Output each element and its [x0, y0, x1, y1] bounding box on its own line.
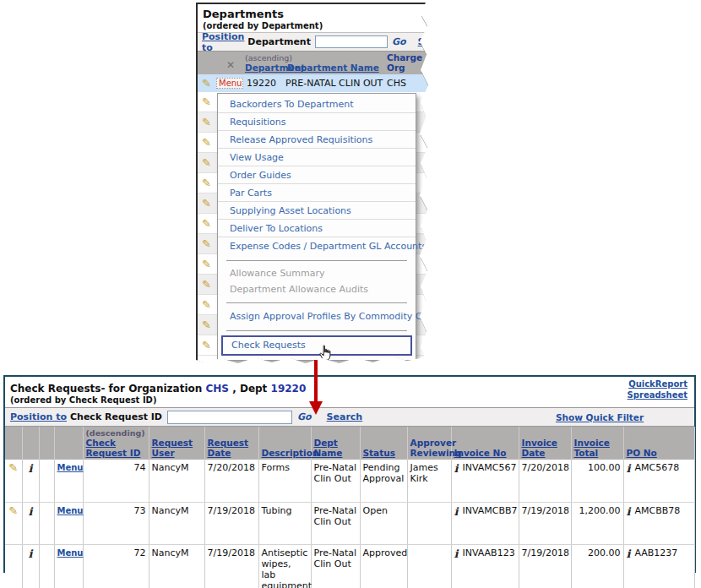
invoice-date-header-link[interactable]: Invoice Date — [522, 438, 557, 458]
edit-pencil-icon[interactable]: ✎ — [202, 78, 216, 89]
position-to-label: Department — [247, 36, 311, 47]
edit-pencil-icon[interactable]: ✎ — [202, 177, 211, 188]
column-header-invoice-no[interactable]: Invoice No — [451, 427, 519, 460]
menu-cell[interactable]: Menu — [54, 502, 83, 544]
check-request-id-header-link[interactable]: Check Request ID — [86, 438, 141, 458]
request-date-header-link[interactable]: Request Date — [208, 438, 249, 458]
column-header-department-name[interactable]: Department Name — [287, 63, 387, 73]
info-icon[interactable]: i — [454, 462, 459, 475]
edit-pencil-icon[interactable]: ✎ — [202, 340, 211, 351]
edit-pencil-icon[interactable]: ✎ — [202, 259, 211, 270]
edit-pencil-icon[interactable]: ✎ — [202, 238, 211, 249]
position-to-input[interactable] — [315, 35, 388, 48]
close-column-icon[interactable]: ✕ — [226, 59, 235, 71]
status-header-link[interactable]: Status — [363, 448, 395, 458]
search-link[interactable]: Search — [327, 411, 363, 422]
po-no-header-link[interactable]: PO No — [627, 448, 657, 458]
selected-department-row[interactable]: ✎ Menu 19220 PRE-NATAL CLIN OUT CHS — [198, 74, 433, 92]
row-menu-link[interactable]: Menu — [57, 463, 84, 472]
info-cell[interactable]: i — [22, 502, 39, 544]
menu-cell[interactable]: Menu — [54, 460, 83, 502]
menu-item-deliver-to-locations[interactable]: Deliver To Locations — [218, 220, 416, 237]
menu-item-supplying-asset-locations[interactable]: Supplying Asset Locations — [218, 202, 416, 220]
edit-pencil-icon[interactable]: ✎ — [8, 461, 18, 474]
spacer-cell — [39, 502, 54, 544]
info-icon[interactable]: i — [454, 505, 459, 518]
column-header-dept-name[interactable]: Dept Name — [311, 427, 360, 460]
table-row: ✎ i Menu 73 NancyM 7/19/2018 Tubing Pre-… — [5, 502, 694, 544]
info-icon[interactable]: i — [627, 547, 631, 560]
invoice-no-header-link[interactable]: Invoice No — [454, 448, 507, 458]
menu-item-requisitions[interactable]: Requisitions — [218, 113, 416, 131]
edit-pencil-icon[interactable]: ✎ — [202, 299, 211, 310]
check-request-id-input[interactable] — [167, 411, 292, 424]
show-quick-filter-link[interactable]: Show Quick Filter — [556, 412, 644, 422]
go-link[interactable]: Go — [392, 36, 406, 47]
dept-name-cell: Pre-Natal Clin Out — [311, 460, 360, 502]
request-user-header-link[interactable]: Request User — [152, 438, 193, 458]
column-header-invoice-date[interactable]: Invoice Date — [519, 427, 571, 460]
info-icon[interactable]: i — [29, 505, 33, 518]
dept-name-header-link[interactable]: Dept Name — [314, 438, 343, 458]
po-no-cell: iAMCBB78 — [623, 502, 694, 544]
edit-pencil-icon[interactable]: ✎ — [202, 218, 211, 229]
edit-column-header — [198, 52, 216, 74]
edit-cell — [5, 544, 22, 588]
title-org-value: CHS — [206, 383, 230, 395]
invoice-date-cell: 7/19/2018 — [519, 502, 571, 544]
quickreport-link[interactable]: QuickReport — [628, 378, 687, 389]
search-link[interactable]: Search — [418, 36, 454, 47]
edit-pencil-icon[interactable]: ✎ — [202, 137, 211, 148]
go-link[interactable]: Go — [297, 411, 312, 422]
edit-pencil-icon[interactable]: ✎ — [202, 319, 211, 330]
column-header-status[interactable]: Status — [360, 427, 407, 460]
info-icon[interactable]: i — [29, 462, 33, 475]
edit-cell[interactable]: ✎ — [5, 460, 22, 502]
menu-item-backorders[interactable]: Backorders To Department — [218, 95, 416, 113]
menu-cell[interactable]: Menu — [54, 544, 83, 588]
column-header-department[interactable]: Department — [245, 63, 287, 73]
edit-pencil-icon[interactable]: ✎ — [202, 96, 211, 107]
column-header-invoice-total[interactable]: Invoice Total — [571, 427, 623, 460]
info-icon[interactable]: i — [627, 505, 631, 518]
edit-pencil-icon[interactable]: ✎ — [8, 504, 18, 517]
menu-item-department-allowance-audits: Department Allowance Audits — [218, 281, 416, 297]
info-cell[interactable]: i — [22, 544, 39, 588]
column-header-po-no[interactable]: PO No — [623, 427, 694, 460]
menu-item-view-usage[interactable]: View Usage — [218, 149, 416, 166]
menu-item-par-carts[interactable]: Par Carts — [218, 184, 416, 202]
row-menu-link[interactable]: Menu — [57, 548, 84, 558]
column-header-check-request-id[interactable]: (descending) Check Request ID — [83, 427, 149, 460]
edit-pencil-icon[interactable]: ✎ — [202, 157, 211, 168]
edit-pencil-icon[interactable]: ✎ — [202, 279, 211, 290]
info-icon[interactable]: i — [454, 547, 459, 560]
info-icon[interactable]: i — [627, 462, 631, 475]
request-date-cell: 7/19/2018 — [204, 502, 258, 544]
menu-item-expense-codes[interactable]: Expense Codes / Department GL Accounts — [218, 237, 416, 255]
edit-cell[interactable]: ✎ — [5, 502, 22, 544]
info-icon[interactable]: i — [29, 547, 33, 560]
row-menu-link[interactable]: Menu — [57, 506, 84, 515]
hand-cursor-icon — [318, 345, 333, 368]
column-header-request-user[interactable]: Request User — [149, 427, 204, 460]
menu-separator — [226, 302, 407, 303]
departments-ordered-by: (ordered by Department) — [203, 21, 323, 30]
edit-pencil-icon[interactable]: ✎ — [202, 198, 211, 209]
menu-item-order-guides[interactable]: Order Guides — [218, 166, 416, 184]
row-menu-button[interactable]: Menu — [216, 78, 243, 89]
invoice-total-header-link[interactable]: Invoice Total — [574, 438, 610, 458]
menu-item-release-approved-requisitions[interactable]: Release Approved Requisitions — [218, 131, 416, 149]
request-date-cell: 7/20/2018 — [204, 460, 258, 502]
invoice-no-value: INVAMCBB7 — [462, 505, 517, 516]
spreadsheet-link[interactable]: Spreadsheet — [628, 389, 687, 400]
column-header-request-date[interactable]: Request Date — [204, 427, 258, 460]
description-header-link[interactable]: Description — [262, 448, 319, 458]
edit-pencil-icon[interactable]: ✎ — [202, 117, 211, 128]
info-cell[interactable]: i — [22, 460, 39, 502]
menu-item-assign-approval-profiles[interactable]: Assign Approval Profiles By Commodity Co… — [218, 308, 416, 325]
position-to-link[interactable]: Position to — [10, 411, 67, 422]
menu-item-check-requests[interactable]: Check Requests — [221, 335, 412, 356]
menu-item-check-requests-label: Check Requests — [231, 340, 306, 351]
position-to-link[interactable]: Position to — [202, 31, 244, 53]
column-header-description[interactable]: Description — [258, 427, 311, 460]
